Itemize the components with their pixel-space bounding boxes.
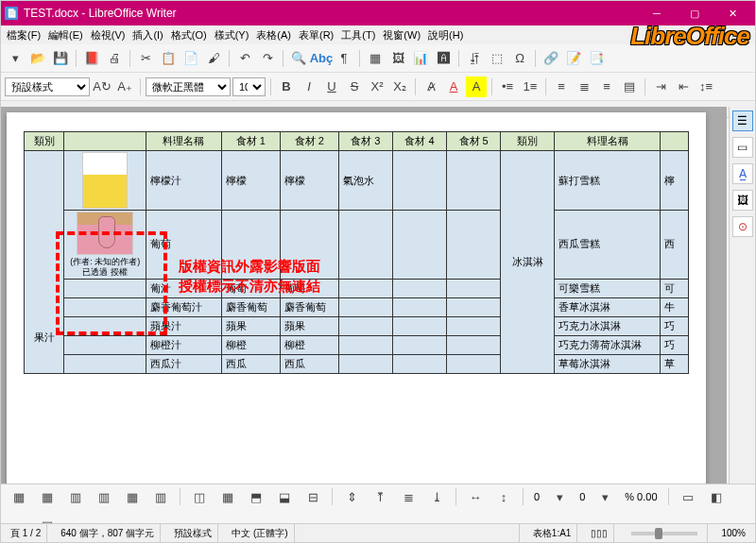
cell-ing[interactable]: 西瓜 bbox=[221, 354, 280, 373]
cell-img[interactable] bbox=[64, 279, 146, 297]
cell-extra[interactable]: 西 bbox=[661, 211, 689, 280]
insert-symbol-button[interactable]: Ω bbox=[509, 48, 530, 69]
status-style[interactable]: 預設樣式 bbox=[168, 524, 218, 542]
cell-ing[interactable] bbox=[392, 335, 446, 354]
th-ing4[interactable]: 食材 4 bbox=[392, 132, 446, 151]
cell-ing[interactable] bbox=[447, 211, 501, 280]
status-zoom[interactable]: 100% bbox=[715, 524, 751, 542]
save-button[interactable]: 💾 bbox=[50, 48, 71, 69]
cell-ing[interactable]: 柳橙 bbox=[221, 335, 280, 354]
cell-ing[interactable]: 麝香葡萄 bbox=[280, 297, 338, 316]
insert-col-left-button[interactable]: ▥ bbox=[63, 484, 88, 509]
insert-col-right-button[interactable]: ▥ bbox=[92, 484, 116, 509]
cell-ing[interactable] bbox=[338, 354, 392, 373]
cell-dish-r[interactable]: 蘇打雪糕 bbox=[555, 151, 661, 211]
menu-form[interactable]: 表單(R) bbox=[295, 26, 337, 44]
menu-insert[interactable]: 插入(I) bbox=[129, 26, 166, 44]
strikethrough-button[interactable]: S bbox=[344, 76, 365, 97]
highlight-button[interactable]: A bbox=[466, 76, 487, 97]
cell-ing[interactable]: 西瓜 bbox=[280, 354, 338, 373]
cell-ing[interactable] bbox=[447, 151, 501, 211]
align-right-button[interactable]: ≡ bbox=[596, 76, 617, 97]
cell-ing[interactable] bbox=[392, 211, 446, 280]
col-width-button[interactable]: ↕ bbox=[491, 484, 516, 509]
cell-extra[interactable]: 巧 bbox=[661, 335, 689, 354]
find-button[interactable]: 🔍 bbox=[288, 48, 309, 69]
document-table[interactable]: 類別 料理名稱 食材 1 食材 2 食材 3 食材 4 食材 5 類別 料理名稱… bbox=[24, 131, 689, 374]
cell-ing[interactable]: 麝香葡萄 bbox=[221, 297, 280, 316]
underline-button[interactable]: U bbox=[321, 76, 342, 97]
split-table-button[interactable]: ⊟ bbox=[301, 484, 325, 509]
inc-indent-button[interactable]: ▾ bbox=[593, 484, 617, 509]
menu-help[interactable]: 說明(H) bbox=[424, 26, 467, 44]
cell-ing[interactable]: 檸檬 bbox=[280, 151, 338, 211]
select-table-button[interactable]: ▦ bbox=[215, 484, 240, 509]
redo-button[interactable]: ↷ bbox=[257, 48, 278, 69]
bullet-list-button[interactable]: •≡ bbox=[497, 76, 518, 97]
merge-cells-button[interactable]: ⬒ bbox=[244, 484, 268, 509]
font-name-select[interactable]: 微軟正黑體 bbox=[146, 77, 231, 96]
delete-row-button[interactable]: ▦ bbox=[120, 484, 145, 509]
cell-img[interactable] bbox=[64, 354, 146, 373]
zoom-slider[interactable] bbox=[622, 524, 708, 542]
cell-dish[interactable]: 檸檬汁 bbox=[146, 151, 221, 211]
insert-image-button[interactable]: 🖼 bbox=[387, 48, 408, 69]
th-ing1[interactable]: 食材 1 bbox=[221, 132, 280, 151]
clone-format-button[interactable]: 🖌 bbox=[203, 48, 224, 69]
new-style-button[interactable]: A₊ bbox=[114, 76, 135, 97]
cell-ing[interactable] bbox=[392, 297, 446, 316]
border-color-button[interactable]: ◧ bbox=[704, 484, 729, 509]
insert-pagebreak-button[interactable]: ⭿ bbox=[464, 48, 485, 69]
cell-ing[interactable]: 蘋果 bbox=[280, 316, 338, 335]
bold-button[interactable]: B bbox=[276, 76, 297, 97]
italic-button[interactable]: I bbox=[299, 76, 319, 97]
clear-format-button[interactable]: A̷ bbox=[421, 76, 441, 97]
bookmark-button[interactable]: 📑 bbox=[586, 48, 607, 69]
insert-textbox-button[interactable]: 🅰 bbox=[433, 48, 454, 69]
dec-indent-button[interactable]: ▾ bbox=[547, 484, 572, 509]
cell-dish-r[interactable]: 巧克力冰淇淋 bbox=[555, 316, 661, 335]
cell-ing[interactable] bbox=[338, 211, 392, 280]
cell-lemon-image[interactable] bbox=[64, 151, 146, 211]
insert-chart-button[interactable]: 📊 bbox=[410, 48, 431, 69]
print-button[interactable]: 🖨 bbox=[104, 48, 125, 69]
spellcheck-button[interactable]: Abç bbox=[311, 48, 332, 69]
cell-ing[interactable] bbox=[447, 354, 501, 373]
line-spacing-button[interactable]: ↕≡ bbox=[696, 76, 716, 97]
cell-extra[interactable]: 巧 bbox=[661, 316, 689, 335]
status-page[interactable]: 頁 1 / 2 bbox=[5, 524, 47, 542]
th-extra[interactable] bbox=[661, 132, 689, 151]
increase-indent-button[interactable]: ⇥ bbox=[650, 76, 671, 97]
hyperlink-button[interactable]: 🔗 bbox=[541, 48, 561, 69]
align-center-button[interactable]: ≣ bbox=[574, 76, 594, 97]
cell-dish-r[interactable]: 西瓜雪糕 bbox=[555, 211, 661, 280]
cell-ing[interactable] bbox=[338, 297, 392, 316]
cell-ing[interactable] bbox=[338, 316, 392, 335]
sidebar-navigator-button[interactable]: ⊙ bbox=[732, 216, 753, 237]
cell-ing[interactable] bbox=[338, 279, 392, 297]
sidebar-properties-button[interactable]: ☰ bbox=[732, 110, 753, 131]
sidebar-styles-button[interactable]: A̲ bbox=[732, 163, 753, 184]
cell-dish-r[interactable]: 香草冰淇淋 bbox=[555, 297, 661, 316]
align-top-button[interactable]: ⤒ bbox=[368, 484, 392, 509]
menu-table[interactable]: 表格(A) bbox=[252, 26, 295, 44]
cell-dish[interactable]: 西瓜汁 bbox=[146, 354, 221, 373]
cut-button[interactable]: ✂ bbox=[135, 48, 156, 69]
status-words[interactable]: 640 個字，807 個字元 bbox=[55, 524, 161, 542]
cell-img[interactable] bbox=[64, 297, 146, 316]
cell-dish-r[interactable]: 可樂雪糕 bbox=[555, 279, 661, 297]
justify-button[interactable]: ▤ bbox=[619, 76, 640, 97]
delete-col-button[interactable]: ▥ bbox=[148, 484, 173, 509]
paragraph-style-select[interactable]: 預設樣式 bbox=[5, 77, 90, 96]
cell-smoothie-image[interactable]: (作者: 未知的作者) 已透過 授權 bbox=[64, 211, 146, 280]
cell-img[interactable] bbox=[64, 335, 146, 354]
insert-field-button[interactable]: ⬚ bbox=[487, 48, 507, 69]
cell-dish[interactable]: 柳橙汁 bbox=[146, 335, 221, 354]
status-view-mode[interactable]: ▯▯▯ bbox=[585, 524, 614, 542]
cell-ing[interactable] bbox=[447, 279, 501, 297]
copy-button[interactable]: 📋 bbox=[158, 48, 179, 69]
insert-table-button[interactable]: ▦ bbox=[365, 48, 386, 69]
cell-extra[interactable]: 草 bbox=[661, 354, 689, 373]
cell-img[interactable] bbox=[64, 316, 146, 335]
superscript-button[interactable]: X² bbox=[367, 76, 387, 97]
